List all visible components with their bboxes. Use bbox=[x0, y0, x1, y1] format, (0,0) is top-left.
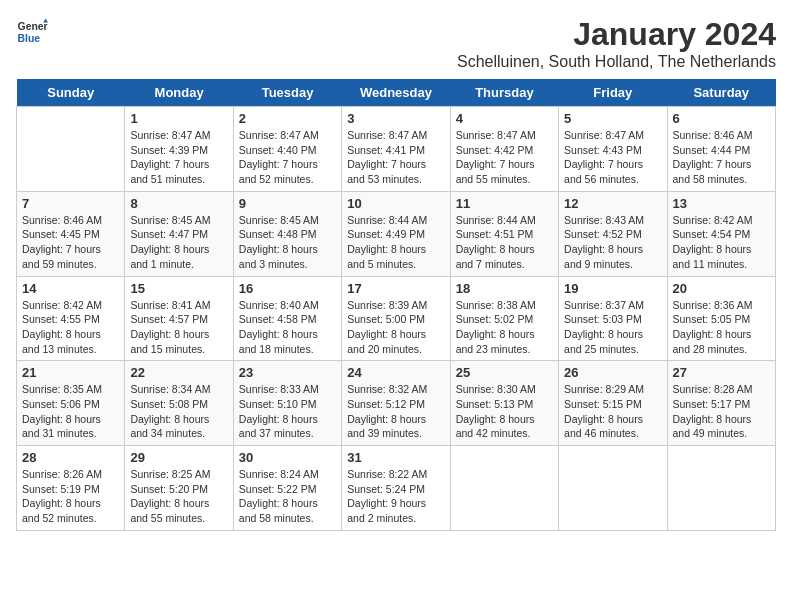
calendar-cell: 12Sunrise: 8:43 AMSunset: 4:52 PMDayligh… bbox=[559, 191, 667, 276]
calendar-cell: 5Sunrise: 8:47 AMSunset: 4:43 PMDaylight… bbox=[559, 107, 667, 192]
calendar-cell: 1Sunrise: 8:47 AMSunset: 4:39 PMDaylight… bbox=[125, 107, 233, 192]
logo: General Blue bbox=[16, 16, 48, 48]
day-number: 16 bbox=[239, 281, 336, 296]
calendar-cell: 31Sunrise: 8:22 AMSunset: 5:24 PMDayligh… bbox=[342, 446, 450, 531]
day-number: 27 bbox=[673, 365, 770, 380]
main-title: January 2024 bbox=[457, 16, 776, 53]
calendar-cell: 15Sunrise: 8:41 AMSunset: 4:57 PMDayligh… bbox=[125, 276, 233, 361]
logo-icon: General Blue bbox=[16, 16, 48, 48]
day-info: Sunrise: 8:30 AMSunset: 5:13 PMDaylight:… bbox=[456, 382, 553, 441]
calendar-cell: 20Sunrise: 8:36 AMSunset: 5:05 PMDayligh… bbox=[667, 276, 775, 361]
weekday-header-tuesday: Tuesday bbox=[233, 79, 341, 107]
day-info: Sunrise: 8:44 AMSunset: 4:51 PMDaylight:… bbox=[456, 213, 553, 272]
day-number: 22 bbox=[130, 365, 227, 380]
day-info: Sunrise: 8:40 AMSunset: 4:58 PMDaylight:… bbox=[239, 298, 336, 357]
calendar-cell: 3Sunrise: 8:47 AMSunset: 4:41 PMDaylight… bbox=[342, 107, 450, 192]
weekday-header-row: SundayMondayTuesdayWednesdayThursdayFrid… bbox=[17, 79, 776, 107]
calendar-cell: 17Sunrise: 8:39 AMSunset: 5:00 PMDayligh… bbox=[342, 276, 450, 361]
calendar-cell: 18Sunrise: 8:38 AMSunset: 5:02 PMDayligh… bbox=[450, 276, 558, 361]
day-number: 19 bbox=[564, 281, 661, 296]
week-row-1: 1Sunrise: 8:47 AMSunset: 4:39 PMDaylight… bbox=[17, 107, 776, 192]
day-info: Sunrise: 8:39 AMSunset: 5:00 PMDaylight:… bbox=[347, 298, 444, 357]
calendar-cell: 21Sunrise: 8:35 AMSunset: 5:06 PMDayligh… bbox=[17, 361, 125, 446]
day-info: Sunrise: 8:29 AMSunset: 5:15 PMDaylight:… bbox=[564, 382, 661, 441]
calendar-cell: 4Sunrise: 8:47 AMSunset: 4:42 PMDaylight… bbox=[450, 107, 558, 192]
day-number: 20 bbox=[673, 281, 770, 296]
day-info: Sunrise: 8:47 AMSunset: 4:40 PMDaylight:… bbox=[239, 128, 336, 187]
day-info: Sunrise: 8:44 AMSunset: 4:49 PMDaylight:… bbox=[347, 213, 444, 272]
header: General Blue January 2024 Schelluinen, S… bbox=[16, 16, 776, 71]
day-info: Sunrise: 8:22 AMSunset: 5:24 PMDaylight:… bbox=[347, 467, 444, 526]
day-number: 21 bbox=[22, 365, 119, 380]
calendar-cell: 11Sunrise: 8:44 AMSunset: 4:51 PMDayligh… bbox=[450, 191, 558, 276]
svg-text:General: General bbox=[18, 21, 48, 32]
week-row-3: 14Sunrise: 8:42 AMSunset: 4:55 PMDayligh… bbox=[17, 276, 776, 361]
day-info: Sunrise: 8:28 AMSunset: 5:17 PMDaylight:… bbox=[673, 382, 770, 441]
day-info: Sunrise: 8:45 AMSunset: 4:47 PMDaylight:… bbox=[130, 213, 227, 272]
calendar-cell: 7Sunrise: 8:46 AMSunset: 4:45 PMDaylight… bbox=[17, 191, 125, 276]
day-info: Sunrise: 8:47 AMSunset: 4:43 PMDaylight:… bbox=[564, 128, 661, 187]
calendar-cell: 14Sunrise: 8:42 AMSunset: 4:55 PMDayligh… bbox=[17, 276, 125, 361]
day-info: Sunrise: 8:35 AMSunset: 5:06 PMDaylight:… bbox=[22, 382, 119, 441]
day-info: Sunrise: 8:45 AMSunset: 4:48 PMDaylight:… bbox=[239, 213, 336, 272]
day-info: Sunrise: 8:34 AMSunset: 5:08 PMDaylight:… bbox=[130, 382, 227, 441]
day-number: 3 bbox=[347, 111, 444, 126]
svg-marker-2 bbox=[43, 18, 48, 22]
week-row-2: 7Sunrise: 8:46 AMSunset: 4:45 PMDaylight… bbox=[17, 191, 776, 276]
day-info: Sunrise: 8:25 AMSunset: 5:20 PMDaylight:… bbox=[130, 467, 227, 526]
day-number: 8 bbox=[130, 196, 227, 211]
calendar-cell: 24Sunrise: 8:32 AMSunset: 5:12 PMDayligh… bbox=[342, 361, 450, 446]
calendar-cell: 13Sunrise: 8:42 AMSunset: 4:54 PMDayligh… bbox=[667, 191, 775, 276]
day-info: Sunrise: 8:46 AMSunset: 4:44 PMDaylight:… bbox=[673, 128, 770, 187]
day-number: 18 bbox=[456, 281, 553, 296]
calendar-cell: 28Sunrise: 8:26 AMSunset: 5:19 PMDayligh… bbox=[17, 446, 125, 531]
day-number: 2 bbox=[239, 111, 336, 126]
calendar-cell: 10Sunrise: 8:44 AMSunset: 4:49 PMDayligh… bbox=[342, 191, 450, 276]
day-info: Sunrise: 8:26 AMSunset: 5:19 PMDaylight:… bbox=[22, 467, 119, 526]
weekday-header-thursday: Thursday bbox=[450, 79, 558, 107]
day-number: 6 bbox=[673, 111, 770, 126]
weekday-header-sunday: Sunday bbox=[17, 79, 125, 107]
day-info: Sunrise: 8:24 AMSunset: 5:22 PMDaylight:… bbox=[239, 467, 336, 526]
weekday-header-saturday: Saturday bbox=[667, 79, 775, 107]
day-number: 7 bbox=[22, 196, 119, 211]
calendar-cell: 30Sunrise: 8:24 AMSunset: 5:22 PMDayligh… bbox=[233, 446, 341, 531]
day-info: Sunrise: 8:42 AMSunset: 4:54 PMDaylight:… bbox=[673, 213, 770, 272]
day-number: 5 bbox=[564, 111, 661, 126]
day-info: Sunrise: 8:46 AMSunset: 4:45 PMDaylight:… bbox=[22, 213, 119, 272]
calendar-cell: 29Sunrise: 8:25 AMSunset: 5:20 PMDayligh… bbox=[125, 446, 233, 531]
svg-text:Blue: Blue bbox=[18, 33, 41, 44]
week-row-4: 21Sunrise: 8:35 AMSunset: 5:06 PMDayligh… bbox=[17, 361, 776, 446]
day-info: Sunrise: 8:37 AMSunset: 5:03 PMDaylight:… bbox=[564, 298, 661, 357]
day-info: Sunrise: 8:43 AMSunset: 4:52 PMDaylight:… bbox=[564, 213, 661, 272]
calendar-cell: 23Sunrise: 8:33 AMSunset: 5:10 PMDayligh… bbox=[233, 361, 341, 446]
calendar-cell: 27Sunrise: 8:28 AMSunset: 5:17 PMDayligh… bbox=[667, 361, 775, 446]
day-info: Sunrise: 8:47 AMSunset: 4:41 PMDaylight:… bbox=[347, 128, 444, 187]
calendar-cell: 22Sunrise: 8:34 AMSunset: 5:08 PMDayligh… bbox=[125, 361, 233, 446]
calendar-cell: 25Sunrise: 8:30 AMSunset: 5:13 PMDayligh… bbox=[450, 361, 558, 446]
day-number: 11 bbox=[456, 196, 553, 211]
day-number: 12 bbox=[564, 196, 661, 211]
day-number: 26 bbox=[564, 365, 661, 380]
day-number: 17 bbox=[347, 281, 444, 296]
calendar-cell bbox=[667, 446, 775, 531]
day-number: 4 bbox=[456, 111, 553, 126]
calendar-cell bbox=[559, 446, 667, 531]
day-number: 1 bbox=[130, 111, 227, 126]
day-number: 28 bbox=[22, 450, 119, 465]
day-info: Sunrise: 8:36 AMSunset: 5:05 PMDaylight:… bbox=[673, 298, 770, 357]
calendar-table: SundayMondayTuesdayWednesdayThursdayFrid… bbox=[16, 79, 776, 531]
calendar-cell: 6Sunrise: 8:46 AMSunset: 4:44 PMDaylight… bbox=[667, 107, 775, 192]
title-area: January 2024 Schelluinen, South Holland,… bbox=[457, 16, 776, 71]
day-info: Sunrise: 8:32 AMSunset: 5:12 PMDaylight:… bbox=[347, 382, 444, 441]
day-info: Sunrise: 8:33 AMSunset: 5:10 PMDaylight:… bbox=[239, 382, 336, 441]
day-number: 9 bbox=[239, 196, 336, 211]
day-info: Sunrise: 8:38 AMSunset: 5:02 PMDaylight:… bbox=[456, 298, 553, 357]
calendar-cell: 16Sunrise: 8:40 AMSunset: 4:58 PMDayligh… bbox=[233, 276, 341, 361]
weekday-header-friday: Friday bbox=[559, 79, 667, 107]
day-number: 23 bbox=[239, 365, 336, 380]
subtitle: Schelluinen, South Holland, The Netherla… bbox=[457, 53, 776, 71]
day-number: 15 bbox=[130, 281, 227, 296]
day-number: 24 bbox=[347, 365, 444, 380]
day-info: Sunrise: 8:47 AMSunset: 4:42 PMDaylight:… bbox=[456, 128, 553, 187]
